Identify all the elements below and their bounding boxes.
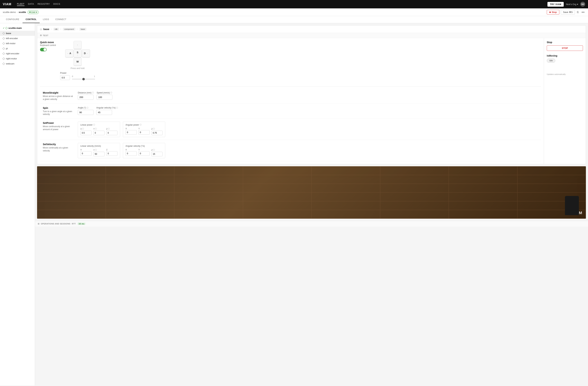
angular-velocity-input[interactable]: 45	[96, 110, 112, 115]
av-y-input[interactable]: 0	[138, 151, 150, 156]
component-header: ◇ base › rdk › component › base	[37, 25, 586, 33]
breadcrumb-device[interactable]: scuttle	[19, 11, 26, 13]
key-a[interactable]: ← A	[65, 49, 73, 57]
updates-auto-label: Updates automatically	[547, 73, 583, 75]
key-row-w: W	[65, 58, 90, 66]
distance-input[interactable]: 200	[78, 95, 94, 100]
nav-data[interactable]: DATA	[28, 3, 34, 6]
key-s[interactable]: S ↓	[74, 49, 82, 57]
angular-power-info-icon[interactable]: ⓘ	[140, 123, 142, 126]
tab-configure[interactable]: CONFIGURE	[3, 16, 22, 23]
linear-x-input[interactable]: 0.5	[80, 131, 92, 135]
move-straight-section: MoveStraight Move across a given distanc…	[40, 89, 541, 104]
more-options-button[interactable]: •••	[581, 10, 585, 15]
angle-info-icon[interactable]: ⓘ	[86, 107, 88, 109]
set-velocity-desc: Move continually at a given velocity	[43, 146, 74, 152]
tag-base: base	[79, 28, 86, 31]
y-info-icon[interactable]: ⓘ	[95, 128, 97, 130]
angular-power-fields: X 0 Y 0 Z ⓘ 0.75	[126, 128, 163, 135]
sub-header: scuttle-demo › scuttle Live ▾ Stop Save …	[0, 8, 588, 16]
x-info-icon[interactable]: ⓘ	[82, 128, 84, 130]
linear-x-label: X ⓘ	[80, 128, 92, 130]
angular-z-input[interactable]: 0.75	[151, 131, 163, 135]
speed-input[interactable]: 100	[97, 95, 112, 100]
tab-control[interactable]: CONTROL	[22, 16, 40, 23]
tag-rdk: rdk	[53, 28, 59, 31]
slider-min-label: 0	[72, 75, 73, 77]
tab-logs[interactable]: LOGS	[40, 16, 52, 23]
org-selector[interactable]: Nick's Org ▾	[566, 3, 578, 6]
angular-velocity-info-icon[interactable]: ⓘ	[116, 107, 118, 109]
lv-x-label: X	[80, 149, 92, 151]
spin-controls: Angle (°) ⓘ 90 Angular velocity (°/s) ⓘ	[78, 107, 538, 116]
sidebar-item-right-motor[interactable]: right-motor	[0, 56, 35, 61]
live-indicator	[29, 12, 31, 13]
linear-z-input[interactable]: 0	[106, 131, 117, 135]
angular-velocity-field-group: Angular velocity (°/s) ⓘ 45	[96, 107, 118, 115]
distance-info-icon[interactable]: ⓘ	[92, 91, 94, 94]
av-x-label: X	[126, 149, 137, 151]
lv-y-input[interactable]: 50	[93, 152, 105, 156]
angle-input[interactable]: 90	[78, 110, 94, 115]
angular-power-group: Angular power ⓘ X 0 Y	[123, 122, 165, 137]
z-info-icon[interactable]: ⓘ	[108, 128, 110, 130]
live-badge[interactable]: Live ▾	[27, 10, 39, 14]
nav-registry[interactable]: REGISTRY	[38, 3, 50, 6]
linear-velocity-label: Linear velocity (mm/s)	[80, 145, 117, 147]
diamond-icon	[2, 37, 5, 39]
speed-info-icon[interactable]: ⓘ	[110, 91, 112, 94]
copy-button[interactable]: ⎘	[576, 10, 579, 15]
nav-docs[interactable]: DOCS	[53, 3, 60, 6]
section-label: TEST	[43, 34, 48, 37]
component-body: Quick move Keyboard control	[37, 38, 586, 164]
save-button[interactable]: Save ⌘S	[561, 10, 575, 15]
try-viam-button[interactable]: TRY VIAM	[547, 2, 564, 7]
linear-power-info-icon[interactable]: ⓘ	[93, 123, 95, 126]
angular-z-info-icon[interactable]: ⓘ	[153, 128, 155, 130]
toggle-knob	[43, 48, 46, 51]
avatar[interactable]: NH	[580, 2, 585, 7]
tab-connect[interactable]: CONNECT	[52, 16, 70, 23]
angular-x-label: X	[126, 128, 137, 130]
main-layout: ✓ scuttle-main base left-encoder left-mo…	[0, 23, 588, 386]
sidebar-item-right-encoder[interactable]: right-encoder	[0, 51, 35, 56]
stop-button[interactable]: Stop	[547, 10, 559, 15]
sidebar-item-pi[interactable]: pi	[0, 46, 35, 51]
av-z-input[interactable]: 15	[151, 152, 163, 156]
quick-move-label: Quick move Keyboard control	[40, 41, 56, 51]
key-w-center[interactable]: W	[74, 58, 82, 66]
sidebar-main-item[interactable]: ✓ scuttle-main	[0, 25, 35, 31]
test-section-header[interactable]: ⊟ TEST	[37, 33, 586, 38]
distance-label-text: Distance (mm)	[78, 92, 91, 94]
sidebar-item-base[interactable]: base	[0, 31, 35, 36]
sidebar-item-webcam[interactable]: webcam	[0, 61, 35, 66]
lv-z-label: Z	[106, 149, 117, 151]
sidebar-item-left-encoder[interactable]: left-encoder	[0, 36, 35, 41]
distance-label: Distance (mm) ⓘ	[78, 91, 94, 94]
keyboard-toggle[interactable]	[40, 48, 47, 51]
key-w[interactable]: ↑	[74, 41, 82, 49]
angular-y-input[interactable]: 0	[138, 130, 150, 135]
press-hold-label: Press and hold	[71, 67, 84, 70]
power-value-input[interactable]: 0.5	[60, 75, 70, 80]
linear-y-input[interactable]: 0	[93, 131, 105, 135]
power-slider[interactable]	[72, 79, 95, 79]
lv-z-input[interactable]: 0	[106, 151, 117, 156]
quick-move-title: Quick move	[40, 41, 56, 44]
key-d[interactable]: D →	[82, 49, 90, 57]
camera-placeholder: VIAM	[37, 166, 586, 219]
av-z-info-icon[interactable]: ⓘ	[153, 149, 155, 151]
set-velocity-controls: Linear velocity (mm/s) X 0 Y ⓘ	[78, 143, 538, 158]
lv-y-info-icon[interactable]: ⓘ	[95, 149, 97, 151]
speed-label-text: Speed (mm/s)	[97, 92, 110, 94]
slider-labels: 0 1	[72, 75, 95, 77]
lv-x-input[interactable]: 0	[80, 151, 92, 156]
operations-bar[interactable]: ⊟ OPERATIONS AND SESSIONS RTT 16 ms	[35, 221, 588, 227]
stop-action-button[interactable]: STOP	[547, 45, 583, 51]
sidebar-item-left-motor[interactable]: left-motor	[0, 41, 35, 46]
av-x-input[interactable]: 0	[126, 151, 137, 156]
lv-y-field: Y ⓘ 50	[93, 149, 105, 156]
nav-fleet[interactable]: FLEET	[17, 3, 24, 6]
angular-x-input[interactable]: 0	[126, 130, 137, 135]
breadcrumb-org[interactable]: scuttle-demo	[3, 11, 16, 13]
